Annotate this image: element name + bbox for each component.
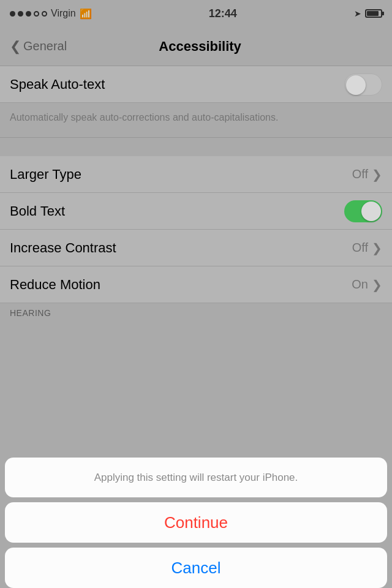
alert-message-text: Applying this setting will restart your … — [15, 470, 377, 486]
alert-message-box: Applying this setting will restart your … — [5, 458, 387, 498]
alert-container: Applying this setting will restart your … — [0, 458, 392, 589]
alert-overlay: Applying this setting will restart your … — [0, 0, 392, 588]
cancel-button[interactable]: Cancel — [5, 548, 387, 588]
continue-label: Continue — [164, 513, 228, 532]
cancel-label: Cancel — [172, 559, 221, 578]
continue-button[interactable]: Continue — [5, 502, 387, 543]
